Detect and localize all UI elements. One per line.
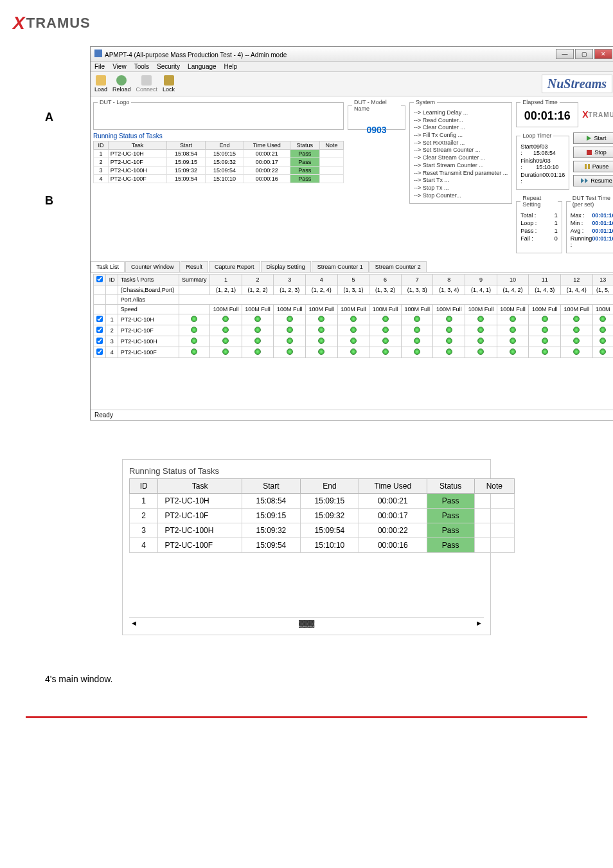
app-icon	[94, 50, 102, 57]
cth-chk	[94, 275, 106, 285]
sth-note: Note	[474, 479, 514, 494]
tab-stream-counter-2[interactable]: Stream Counter 2	[369, 261, 427, 272]
model-name-label: DUT - Model Name	[352, 99, 401, 112]
th-id: ID	[94, 141, 109, 150]
repeat-label: Repeat Setting	[520, 195, 558, 208]
elapsed-value: 00:01:16	[520, 109, 574, 123]
window-title: APMPT-4 (All-purpose Mass Production Tes…	[105, 51, 287, 59]
lock-icon	[164, 75, 174, 86]
row-check[interactable]	[96, 348, 103, 355]
tab-display-setting[interactable]: Display Setting	[261, 261, 311, 272]
titlebar: APMPT-4 (All-purpose Mass Production Tes…	[91, 47, 613, 62]
loop-timer-box: Loop Timer Start :09/03 15:08:54 Finish …	[516, 132, 569, 190]
row-check[interactable]	[96, 327, 103, 333]
system-log[interactable]: --> Learning Delay ...--> Read Counter..…	[414, 109, 508, 199]
footer-divider	[26, 716, 587, 718]
scrollbar[interactable]: ◄▓▓▓►	[129, 617, 484, 628]
lock-button[interactable]: Lock	[163, 75, 175, 93]
connect-button[interactable]: Connect	[136, 75, 158, 93]
tab-task-list[interactable]: Task List	[91, 261, 125, 272]
menu-language[interactable]: Language	[188, 63, 217, 70]
task-table: ID Task Start End Time Used Status Note …	[93, 141, 344, 183]
standalone-label: Running Status of Tasks	[129, 466, 484, 476]
app-window: APMPT-4 (All-purpose Mass Production Tes…	[90, 46, 613, 420]
counter-row[interactable]: 4PT2-UC-100F	[94, 347, 614, 358]
row-check[interactable]	[96, 338, 103, 344]
loop-timer-label: Loop Timer	[520, 132, 553, 139]
label-a: A	[45, 111, 53, 124]
logo-text: TRAMUS	[26, 15, 91, 32]
menu-file[interactable]: File	[94, 63, 105, 70]
standalone-table: ID Task Start End Time Used Status Note …	[129, 478, 515, 553]
close-button[interactable]: ✕	[594, 49, 612, 59]
dut-test-time-box: DUT Test Time (per set) Max :00:01:16 Mi…	[566, 195, 613, 253]
cth-summary: Summary	[179, 275, 210, 285]
page-logo: X TRAMUS	[13, 13, 600, 33]
tab-bar: Task List Counter Window Result Capture …	[91, 261, 613, 273]
dut-logo-box: DUT - Logo	[93, 99, 344, 130]
reload-button[interactable]: Reload	[112, 75, 131, 93]
sth-task: Task	[158, 479, 242, 494]
pause-button[interactable]: Pause	[573, 161, 613, 172]
start-button[interactable]: Start	[573, 132, 613, 144]
row-check[interactable]	[96, 316, 103, 322]
resume-button[interactable]: Resume	[573, 175, 613, 186]
pause-icon	[585, 164, 590, 169]
counter-row[interactable]: 3PT2-UC-100H	[94, 336, 614, 347]
minimize-button[interactable]: —	[556, 49, 574, 59]
menu-view[interactable]: View	[112, 63, 127, 70]
logo-x: X	[13, 13, 25, 33]
table-row[interactable]: 4PT2-UC-100F15:09:5415:10:1000:00:16Pass	[130, 538, 515, 553]
check-all[interactable]	[96, 276, 103, 282]
model-name-value: 0903	[352, 116, 401, 144]
toolbar: Load Reload Connect Lock NuStreams	[91, 72, 613, 96]
sth-timeused: Time Used	[359, 479, 427, 494]
load-button[interactable]: Load	[94, 75, 107, 93]
counter-row[interactable]: 2PT2-UC-10F	[94, 325, 614, 336]
table-row[interactable]: 2PT2-UC-10F15:09:1515:09:3200:00:17Pass	[130, 509, 515, 523]
cth-id: ID	[106, 275, 118, 285]
tab-counter-window[interactable]: Counter Window	[125, 261, 180, 272]
play-icon	[587, 136, 591, 141]
maximize-button[interactable]: ▢	[575, 49, 593, 59]
table-row[interactable]: 3PT2-UC-100H15:09:3215:09:5400:00:22Pass	[130, 523, 515, 538]
th-task: Task	[108, 141, 166, 150]
th-end: End	[206, 141, 244, 150]
elapsed-label: Elapsed Time	[520, 99, 560, 105]
sth-status: Status	[427, 479, 474, 494]
dut-test-time-label: DUT Test Time (per set)	[571, 195, 613, 208]
connect-icon	[141, 75, 152, 86]
sth-id: ID	[130, 479, 158, 494]
repeat-box: Repeat Setting Total :1 Loop :1 Pass :1 …	[516, 195, 562, 253]
table-row[interactable]: 3PT2-UC-100H15:09:3215:09:5400:00:22Pass	[94, 167, 344, 175]
table-row[interactable]: 2PT2-UC-10F15:09:1515:09:3200:00:17Pass	[94, 158, 344, 167]
menu-security[interactable]: Security	[157, 63, 180, 70]
caption-text: 4's main window.	[45, 674, 568, 684]
running-status-label: Running Status of Tasks	[93, 132, 344, 140]
standalone-box: Running Status of Tasks ID Task Start En…	[122, 459, 491, 635]
menu-help[interactable]: Help	[224, 63, 238, 70]
menu-tools[interactable]: Tools	[134, 63, 149, 70]
model-name-box: DUT - Model Name 0903	[348, 99, 405, 130]
sth-start: Start	[242, 479, 300, 494]
counter-row[interactable]: 1PT2-UC-10H	[94, 314, 614, 325]
table-row[interactable]: 4PT2-UC-100F15:09:5415:10:1000:00:16Pass	[94, 175, 344, 183]
system-box: System --> Learning Delay ...--> Read Co…	[409, 99, 512, 204]
sth-end: End	[300, 479, 359, 494]
resume-icon	[581, 178, 588, 183]
elapsed-box: Elapsed Time 00:01:16	[516, 99, 578, 127]
table-row[interactable]: 1PT2-UC-10H15:08:5415:09:1500:00:21Pass	[130, 494, 515, 509]
th-timeused: Time Used	[244, 141, 290, 150]
tab-result[interactable]: Result	[181, 261, 209, 272]
cth-tasks-ports: Tasks \ Ports	[118, 275, 179, 285]
table-row[interactable]: 1PT2-UC-10H15:08:5415:09:1500:00:21Pass	[94, 150, 344, 158]
folder-icon	[96, 75, 106, 86]
tab-stream-counter-1[interactable]: Stream Counter 1	[312, 261, 369, 272]
menubar: File View Tools Security Language Help	[91, 62, 613, 72]
tab-capture-report[interactable]: Capture Report	[209, 261, 260, 272]
label-b: B	[45, 194, 53, 208]
stop-icon	[587, 150, 592, 155]
dut-logo-label: DUT - Logo	[98, 99, 131, 105]
stop-button[interactable]: Stop	[573, 147, 613, 158]
xtramus-mini-logo: XTRAMUS	[582, 99, 613, 130]
